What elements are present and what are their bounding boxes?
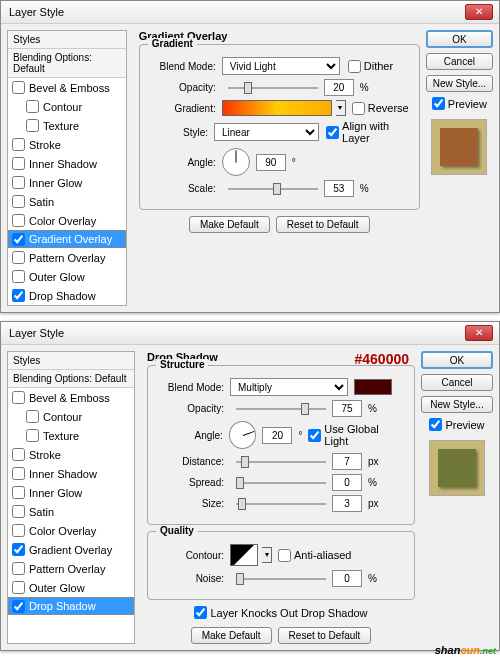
dither-checkbox[interactable]: Dither [348,60,393,73]
preview-thumbnail [429,440,485,496]
layer-style-dialog-1: Layer Style ✕ Styles Blending Options: D… [0,0,500,313]
sidebar-item-contour[interactable]: Contour [8,407,134,426]
preview-checkbox[interactable]: Preview [426,97,493,110]
close-icon[interactable]: ✕ [465,325,493,341]
sidebar-item-bevel-emboss[interactable]: Bevel & Emboss [8,78,126,97]
sidebar-item-color-overlay[interactable]: Color Overlay [8,211,126,230]
blend-mode-select[interactable]: Vivid Light [222,57,340,75]
sidebar-header-styles[interactable]: Styles [8,352,134,370]
sidebar-item-gradient-overlay[interactable]: Gradient Overlay [8,540,134,559]
sidebar-item-pattern-overlay[interactable]: Pattern Overlay [8,248,126,267]
distance-slider[interactable] [236,454,326,470]
sidebar-item-pattern-overlay[interactable]: Pattern Overlay [8,559,134,578]
sidebar-item-contour[interactable]: Contour [8,97,126,116]
right-panel: OK Cancel New Style... Preview [419,351,493,644]
sidebar-item-color-overlay[interactable]: Color Overlay [8,521,134,540]
blend-mode-label: Blend Mode: [158,382,224,393]
gradient-swatch[interactable] [222,100,332,116]
distance-input[interactable] [332,453,362,470]
contour-dropdown-icon[interactable]: ▾ [262,547,272,563]
noise-input[interactable] [332,570,362,587]
opacity-slider[interactable] [236,401,326,417]
spread-input[interactable] [332,474,362,491]
sidebar-item-texture[interactable]: Texture [8,426,134,445]
reset-default-button[interactable]: Reset to Default [278,627,372,644]
contour-picker[interactable] [230,544,258,566]
cancel-button[interactable]: Cancel [426,53,493,70]
sidebar-item-satin[interactable]: Satin [8,502,134,521]
opacity-label: Opacity: [158,403,224,414]
sidebar-item-bevel-emboss[interactable]: Bevel & Emboss [8,388,134,407]
antialiased-checkbox[interactable]: Anti-aliased [278,549,351,562]
titlebar: Layer Style ✕ [1,1,499,24]
sidebar-item-inner-glow[interactable]: Inner Glow [8,173,126,192]
style-label: Style: [150,127,208,138]
distance-label: Distance: [158,456,224,467]
size-label: Size: [158,498,224,509]
layer-style-dialog-2: Layer Style ✕ Styles Blending Options: D… [0,321,500,651]
angle-dial[interactable] [222,148,250,176]
ok-button[interactable]: OK [426,30,493,48]
reset-default-button[interactable]: Reset to Default [276,216,370,233]
group-structure: Structure [156,359,208,370]
settings-panel: Gradient Overlay Gradient Blend Mode: Vi… [135,30,424,306]
sidebar-item-outer-glow[interactable]: Outer Glow [8,578,134,597]
window-title: Layer Style [9,6,64,18]
new-style-button[interactable]: New Style... [426,75,493,92]
sidebar-item-outer-glow[interactable]: Outer Glow [8,267,126,286]
blend-mode-select[interactable]: Multiply [230,378,348,396]
sidebar-item-satin[interactable]: Satin [8,192,126,211]
sidebar-item-texture[interactable]: Texture [8,116,126,135]
angle-input[interactable] [256,154,286,171]
angle-input[interactable] [262,427,292,444]
opacity-input[interactable] [324,79,354,96]
scale-input[interactable] [324,180,354,197]
size-input[interactable] [332,495,362,512]
angle-dial[interactable] [229,421,257,449]
right-panel: OK Cancel New Style... Preview [424,30,493,306]
sidebar-item-inner-glow[interactable]: Inner Glow [8,483,134,502]
gradient-dropdown-icon[interactable]: ▾ [336,100,346,116]
spread-slider[interactable] [236,475,326,491]
sidebar-header-styles[interactable]: Styles [8,31,126,49]
knocks-out-checkbox[interactable]: Layer Knocks Out Drop Shadow [194,606,367,619]
styles-sidebar: Styles Blending Options: Default Bevel &… [7,351,135,644]
group-gradient: Gradient [148,38,197,49]
angle-label: Angle: [158,430,223,441]
opacity-input[interactable] [332,400,362,417]
cancel-button[interactable]: Cancel [421,374,493,391]
sidebar-header-blending[interactable]: Blending Options: Default [8,49,126,78]
sidebar-item-stroke[interactable]: Stroke [8,445,134,464]
scale-slider[interactable] [228,181,318,197]
noise-label: Noise: [158,573,224,584]
gradient-label: Gradient: [150,103,216,114]
make-default-button[interactable]: Make Default [189,216,270,233]
ok-button[interactable]: OK [421,351,493,369]
sidebar-item-inner-shadow[interactable]: Inner Shadow [8,154,126,173]
align-checkbox[interactable]: Align with Layer [326,120,409,144]
watermark: shancun.net [435,641,496,657]
size-slider[interactable] [236,496,326,512]
make-default-button[interactable]: Make Default [191,627,272,644]
blend-mode-label: Blend Mode: [150,61,216,72]
reverse-checkbox[interactable]: Reverse [352,102,409,115]
sidebar-item-drop-shadow[interactable]: Drop Shadow [8,597,134,615]
angle-label: Angle: [150,157,216,168]
style-select[interactable]: Linear [214,123,319,141]
sidebar-item-gradient-overlay[interactable]: Gradient Overlay [8,230,126,248]
new-style-button[interactable]: New Style... [421,396,493,413]
opacity-slider[interactable] [228,80,318,96]
spread-label: Spread: [158,477,224,488]
preview-checkbox[interactable]: Preview [421,418,493,431]
sidebar-item-drop-shadow[interactable]: Drop Shadow [8,286,126,305]
noise-slider[interactable] [236,571,326,587]
global-light-checkbox[interactable]: Use Global Light [308,423,404,447]
scale-label: Scale: [150,183,216,194]
styles-sidebar: Styles Blending Options: Default Bevel &… [7,30,127,306]
preview-thumbnail [431,119,487,175]
sidebar-item-inner-shadow[interactable]: Inner Shadow [8,464,134,483]
shadow-color-swatch[interactable] [354,379,392,395]
close-icon[interactable]: ✕ [465,4,493,20]
sidebar-header-blending[interactable]: Blending Options: Default [8,370,134,388]
sidebar-item-stroke[interactable]: Stroke [8,135,126,154]
